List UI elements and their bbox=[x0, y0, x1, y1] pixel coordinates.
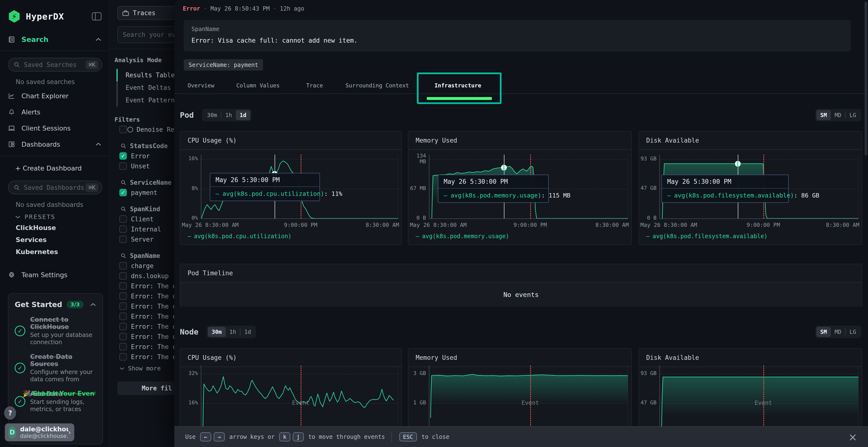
presets-toggle[interactable]: PRESETS bbox=[15, 214, 110, 220]
filter-option[interactable]: Error: The cr bbox=[119, 353, 174, 360]
checkbox[interactable] bbox=[119, 126, 127, 133]
get-started-partial-item[interactable]: 🎉 Search Your Events bbox=[23, 390, 95, 397]
checkbox[interactable] bbox=[119, 236, 127, 243]
checkbox[interactable] bbox=[119, 226, 127, 233]
checkbox[interactable] bbox=[119, 272, 127, 280]
checkbox[interactable]: ✓ bbox=[119, 152, 127, 160]
help-button[interactable]: ? bbox=[4, 406, 16, 420]
filter-option[interactable]: charge bbox=[119, 262, 174, 270]
sidebar-item-dashboards[interactable]: Dashboards bbox=[0, 138, 110, 150]
analysis-mode-results-table[interactable]: Results Table bbox=[117, 69, 174, 81]
checkbox[interactable] bbox=[119, 215, 127, 223]
filter-option[interactable]: dns.lookup bbox=[119, 272, 174, 280]
sidebar-item-team-settings[interactable]: Team Settings bbox=[0, 269, 110, 281]
more-filters-button[interactable]: More fil bbox=[117, 381, 174, 395]
service-name-tag[interactable]: ServiceName: payment bbox=[184, 59, 263, 71]
tab-overview[interactable]: Overview bbox=[188, 82, 214, 89]
checkbox[interactable] bbox=[119, 162, 127, 170]
filter-option[interactable]: Error: The cr bbox=[119, 282, 174, 290]
saved-dashboards-input[interactable]: Saved Dashboards ⌘K bbox=[8, 181, 102, 194]
preset-services[interactable]: Services bbox=[16, 235, 110, 244]
tab-surrounding-context[interactable]: Surrounding Context bbox=[345, 82, 409, 89]
arrow-right-key[interactable]: → bbox=[214, 432, 225, 442]
segment-1h[interactable]: 1h bbox=[226, 327, 240, 337]
tab-column-values[interactable]: Column Values bbox=[236, 82, 280, 89]
event-timestamp: May 26 8:50:43 PM bbox=[211, 5, 270, 12]
tab-infrastructure[interactable]: Infrastructure bbox=[434, 82, 481, 89]
checkbox[interactable] bbox=[119, 282, 127, 290]
filter-option[interactable]: ✓payment bbox=[119, 189, 174, 196]
analysis-mode-event-patterns[interactable]: Event Patterns bbox=[117, 94, 174, 106]
get-started-item[interactable]: ✓Create Data SourcesConfigure where your… bbox=[15, 353, 96, 383]
arrow-left-key[interactable]: ← bbox=[200, 432, 211, 442]
checkbox[interactable] bbox=[119, 313, 127, 320]
filter-option[interactable]: Error: The cr bbox=[119, 333, 174, 340]
user-account-chip[interactable]: D dale@clickhouse.com dale@clickhouse.co… bbox=[5, 423, 74, 441]
filter-option-label: Error: The cr bbox=[131, 293, 174, 300]
filter-option[interactable]: Error: The cr bbox=[119, 323, 174, 330]
tooltip-series-name: avg(k8s.pod.memory.usage) bbox=[451, 192, 541, 199]
tooltip-value: : 11% bbox=[324, 190, 342, 197]
checkbox[interactable] bbox=[119, 323, 127, 330]
avatar: D bbox=[8, 426, 16, 439]
filter-option[interactable]: Server bbox=[119, 236, 174, 243]
k-key[interactable]: k bbox=[279, 432, 290, 442]
segment-30m[interactable]: 30m bbox=[203, 110, 221, 120]
checkbox[interactable]: ✓ bbox=[119, 189, 127, 196]
segment-md[interactable]: MD bbox=[831, 327, 845, 337]
checkbox[interactable] bbox=[119, 262, 127, 270]
chevron-up-icon[interactable] bbox=[90, 303, 96, 307]
denoise-filter[interactable]: Denoise Re bbox=[119, 126, 174, 133]
filter-option[interactable]: Error: The cr bbox=[119, 343, 174, 350]
preset-kubernetes[interactable]: Kubernetes bbox=[16, 247, 110, 256]
sidebar-item-chart-explorer[interactable]: Chart Explorer bbox=[0, 90, 110, 102]
filter-option[interactable]: Client bbox=[119, 215, 174, 223]
segment-1d[interactable]: 1d bbox=[236, 110, 250, 120]
checkbox[interactable] bbox=[119, 303, 127, 310]
filter-option-label: Internal bbox=[131, 226, 161, 233]
segment-lg[interactable]: LG bbox=[845, 327, 860, 337]
event-header: Error·May 26 8:50:43 PM·12h ago bbox=[183, 5, 304, 12]
events-search-input[interactable]: Search your ev bbox=[117, 26, 174, 43]
sidebar-collapse-icon[interactable] bbox=[92, 12, 101, 21]
denoise-icon bbox=[127, 126, 133, 133]
chart-legend: —avg(k8s.pod.memory.usage) bbox=[416, 233, 509, 240]
show-more-button[interactable]: Show more bbox=[119, 365, 174, 372]
saved-searches-input[interactable]: Saved Searches ⌘K bbox=[8, 58, 102, 72]
segment-md[interactable]: MD bbox=[831, 110, 845, 120]
pod-size-control: SMMDLG bbox=[815, 109, 861, 122]
filter-option[interactable]: Error: The cr bbox=[119, 313, 174, 320]
filter-option[interactable]: Unset bbox=[119, 162, 174, 170]
esc-key[interactable]: ESC bbox=[399, 432, 417, 442]
checkbox[interactable] bbox=[119, 343, 127, 350]
span-name-label: SpanName bbox=[191, 26, 843, 33]
hint-close-text: to close bbox=[422, 434, 450, 440]
preset-clickhouse[interactable]: ClickHouse bbox=[16, 223, 110, 232]
create-dashboard-button[interactable]: + Create Dashboard bbox=[0, 162, 110, 174]
j-key[interactable]: j bbox=[293, 432, 304, 442]
close-icon[interactable]: × bbox=[848, 431, 857, 443]
checkbox[interactable] bbox=[119, 293, 127, 300]
segment-1d[interactable]: 1d bbox=[240, 327, 255, 337]
get-started-item[interactable]: ✓Connect to ClickHouseSet up your databa… bbox=[15, 316, 96, 346]
checkbox[interactable] bbox=[119, 333, 127, 340]
scrollbar-thumb[interactable] bbox=[865, 1, 867, 156]
x-axis-tick-label: 9:00:00 PM bbox=[284, 222, 317, 228]
filter-option[interactable]: Internal bbox=[119, 226, 174, 233]
sidebar-item-client-sessions[interactable]: Client Sessions bbox=[0, 122, 110, 134]
segment-1h[interactable]: 1h bbox=[221, 110, 236, 120]
analysis-mode-event-deltas[interactable]: Event Deltas bbox=[117, 81, 174, 94]
segment-30m[interactable]: 30m bbox=[208, 327, 226, 337]
filter-option[interactable]: Error: The cr bbox=[119, 293, 174, 300]
segment-sm[interactable]: SM bbox=[816, 327, 831, 337]
segment-lg[interactable]: LG bbox=[845, 110, 860, 120]
checkbox[interactable] bbox=[119, 353, 127, 360]
sidebar-item-alerts[interactable]: Alerts bbox=[0, 106, 110, 118]
sidebar-item-search[interactable]: Search bbox=[0, 34, 110, 45]
legend-dash: — bbox=[416, 233, 419, 240]
tab-trace[interactable]: Trace bbox=[306, 82, 323, 89]
filter-option[interactable]: ✓Error bbox=[119, 152, 174, 160]
segment-sm[interactable]: SM bbox=[816, 110, 831, 120]
filter-option[interactable]: Error: The cr bbox=[119, 303, 174, 310]
source-select[interactable]: Traces bbox=[117, 6, 174, 20]
